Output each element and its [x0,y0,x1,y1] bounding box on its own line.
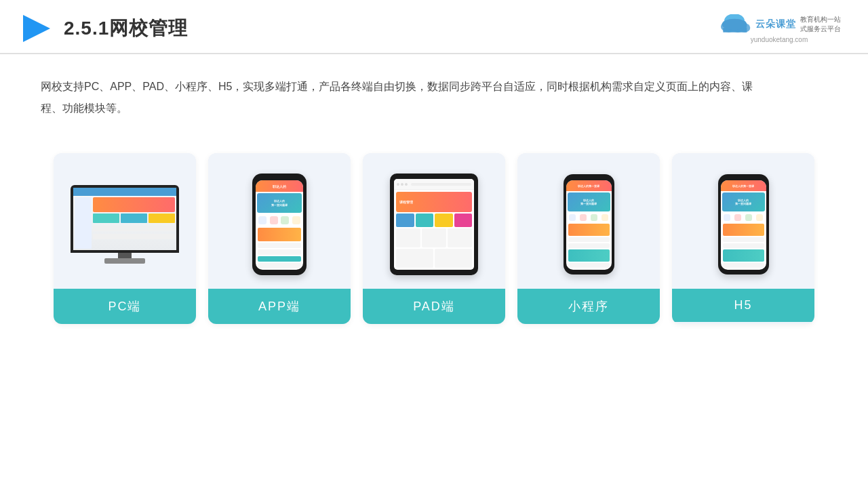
phone-mockup-mini: 职达人的第一堂课 职达人的第一堂问题课 [564,174,614,274]
card-app-label: APP端 [208,289,351,324]
phone-frame-app: 职达人的 职达人的第一堂问题课 [252,174,307,275]
logo-area: 云朵课堂 教育机构一站 式服务云平台 yunduoketang.com [717,14,841,43]
card-app: 职达人的 职达人的第一堂问题课 [208,153,351,324]
card-miniprogram-label: 小程序 [517,289,660,324]
card-miniprogram: 职达人的第一堂课 职达人的第一堂问题课 [517,153,660,324]
card-pad: 课程管理 [363,153,505,324]
card-h5-label: H5 [672,289,814,322]
card-h5-image: 职达人的第一堂课 职达人的第一堂问题课 [672,153,814,289]
card-miniprogram-image: 职达人的第一堂课 职达人的第一堂问题课 [517,153,660,289]
card-pc-image [54,153,196,289]
pc-mockup [71,185,179,264]
page-title: 2.5.1网校管理 [64,16,188,41]
logo-tagline: 教育机构一站 式服务云平台 [800,15,841,34]
phone-mockup-app: 职达人的 职达人的第一堂问题课 [252,174,307,275]
logo-cloud: 云朵课堂 教育机构一站 式服务云平台 [717,14,841,35]
svg-point-6 [722,18,747,30]
header: 2.5.1网校管理 云朵课堂 教育机构一站 式服务云平台 yunduoketan… [0,0,868,54]
phone-mockup-h5: 职达人的第一堂课 职达人的第一堂问题课 [718,174,769,274]
cards-container: PC端 职达人的 职达人的第一堂问题课 [0,140,868,344]
card-pad-image: 课程管理 [363,153,505,289]
small-phone-frame-mini: 职达人的第一堂课 职达人的第一堂问题课 [564,174,614,274]
card-h5: 职达人的第一堂课 职达人的第一堂问题课 [672,153,814,324]
card-pc-label: PC端 [54,289,196,324]
description-text: 网校支持PC、APP、PAD、小程序、H5，实现多端打通，产品各终端自由切换，数… [0,54,814,133]
small-phone-frame-h5: 职达人的第一堂课 职达人的第一堂问题课 [718,174,769,274]
card-pad-label: PAD端 [363,289,505,324]
card-pc: PC端 [54,153,196,324]
play-icon [20,12,53,45]
tablet-frame: 课程管理 [390,174,478,275]
header-left: 2.5.1网校管理 [20,12,188,45]
cloud-icon [717,14,751,35]
card-app-image: 职达人的 职达人的第一堂问题课 [208,153,351,289]
logo-url: yunduoketang.com [751,36,808,43]
logo-text: 云朵课堂 [755,18,796,30]
tablet-mockup: 课程管理 [390,174,478,275]
pc-screen-frame [71,185,179,253]
svg-marker-0 [23,15,50,42]
